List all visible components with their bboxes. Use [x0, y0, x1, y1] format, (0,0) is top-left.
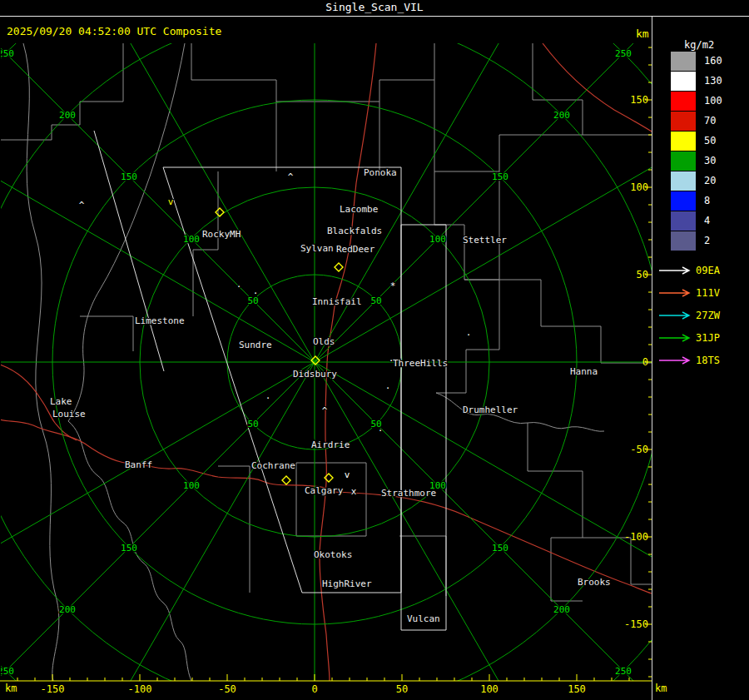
town-label-didsbury: Didsbury: [293, 369, 337, 380]
vector-arrow: [659, 267, 689, 274]
right-axis-label: 100: [630, 181, 648, 193]
town-label-threehills: ThreeHills: [393, 358, 448, 369]
colorbar-value: 4: [704, 215, 710, 226]
window-title: Single_Scan_VIL: [325, 1, 423, 13]
range-label-50km: 50: [370, 295, 381, 306]
range-label-200km: 200: [59, 604, 76, 615]
county-boundary: [296, 463, 366, 536]
town-label-cochrane: Cochrane: [251, 460, 295, 471]
colorbar-swatch: [671, 72, 696, 91]
county-boundary: [68, 43, 185, 421]
vector-legend-row-27ZW: 27ZW: [659, 310, 721, 321]
town-label-stettler: Stettler: [463, 235, 507, 246]
colorbar-swatch: [671, 171, 696, 191]
titlebar: Single_Scan_VIL: [0, 0, 749, 17]
county-boundary: [0, 43, 123, 140]
point-marker: *: [390, 280, 396, 291]
radar-site-marker: [335, 263, 343, 271]
town-label-blackfalds: Blackfalds: [327, 226, 382, 236]
colorbar-value: 8: [704, 195, 710, 206]
vector-legend-row-31JP: 31JP: [659, 332, 720, 344]
town-label-innisfail: Innisfail: [312, 296, 362, 307]
town-label-highriver: HighRiver: [322, 578, 372, 589]
azimuth-line-300deg: [0, 36, 315, 363]
point-marker: ^: [79, 200, 85, 211]
colorbar-value: 2: [704, 235, 710, 246]
point-marker: ·: [236, 281, 242, 292]
colorbar-entry-4: 4: [671, 211, 722, 231]
bottom-axis-unit-left: km: [5, 683, 17, 694]
colorbar-entry-30: 30: [671, 151, 722, 171]
vector-legend-row-18TS: 18TS: [659, 355, 720, 366]
colorbar-value: 130: [704, 75, 722, 87]
range-label-50km: 50: [247, 419, 258, 429]
bottom-axis-label: -150: [41, 683, 65, 695]
vector-station-id: 31JP: [696, 332, 720, 344]
colorbar-swatch: [671, 151, 696, 171]
colorbar-entry-70: 70: [671, 111, 722, 131]
town-label-brooks: Brooks: [578, 577, 611, 588]
legend-panel: kg/m2 16013010070503020842 09EA111V27ZW3…: [652, 16, 749, 700]
bottom-axis-label: 50: [396, 683, 408, 695]
azimuth-line-330deg: [0, 0, 315, 362]
county-boundary: [436, 393, 604, 431]
point-marker: ·: [265, 393, 271, 404]
range-label-200km: 200: [553, 604, 570, 615]
colorbar-value: 70: [704, 115, 716, 127]
colorbar-entry-2: 2: [671, 231, 722, 251]
range-label-200km: 200: [553, 110, 570, 121]
station-vector-legend: 09EA111V27ZW31JP18TS: [657, 259, 747, 384]
colorbar-entry-20: 20: [671, 171, 722, 191]
range-label-150km: 150: [492, 543, 508, 554]
colorbar-swatch: [671, 112, 696, 131]
colorbar-swatch: [671, 191, 696, 211]
point-marker: ·: [253, 288, 259, 299]
radar-site-marker: [282, 476, 290, 484]
vector-station-id: 111V: [696, 287, 720, 299]
range-label-250km: 250: [615, 666, 632, 677]
colorbar-entry-160: 160: [671, 51, 722, 71]
town-label-lake: Lake: [50, 396, 72, 407]
vector-station-id: 09EA: [696, 265, 721, 276]
town-label-lacombe: Lacombe: [340, 204, 378, 215]
town-label-calgary: Calgary: [305, 485, 344, 496]
colorbar-value: 100: [704, 95, 722, 107]
town-label-ponoka: Ponoka: [364, 167, 397, 178]
colorbar: 16013010070503020842: [671, 51, 722, 251]
right-axis-unit-label: km: [636, 27, 649, 40]
town-label-olds: Olds: [313, 336, 335, 347]
right-axis-label: 150: [630, 94, 648, 106]
azimuth-line-30deg: [315, 0, 642, 362]
bottom-axis-label: -50: [218, 683, 236, 695]
town-label-airdrie: Airdrie: [311, 439, 350, 450]
radar-map-canvas[interactable]: 5010015020025050100150200250501001502002…: [0, 0, 749, 700]
vector-arrow: [659, 335, 689, 341]
county-boundary: [434, 171, 499, 280]
point-marker: v: [345, 469, 350, 480]
county-boundary: [399, 536, 446, 596]
bottom-axis-label: 100: [480, 683, 499, 695]
county-boundary: [80, 316, 133, 351]
point-marker: x: [351, 486, 357, 497]
point-marker: ·: [385, 383, 391, 394]
point-marker: ·: [466, 330, 472, 340]
right-axis-label: 50: [637, 269, 648, 280]
bottom-axis-label: 0: [311, 683, 317, 695]
county-boundary: [464, 280, 652, 363]
town-label-rockymh: RockyMH: [202, 229, 241, 240]
town-label-drumheller: Drumheller: [463, 405, 518, 415]
range-label-100km: 100: [183, 480, 200, 491]
range-label-250km: 250: [615, 48, 632, 59]
colorbar-value: 30: [704, 155, 716, 166]
point-marker: ·: [378, 425, 384, 436]
vector-legend-row-09EA: 09EA: [659, 265, 721, 276]
town-label-sundre: Sundre: [239, 340, 272, 350]
range-label-250km: 250: [0, 666, 14, 677]
range-label-150km: 150: [121, 171, 137, 182]
vector-legend-row-111V: 111V: [659, 287, 720, 299]
bottom-axis-label: -100: [128, 683, 152, 695]
town-label-hanna: Hanna: [570, 366, 598, 377]
colorbar-entry-100: 100: [671, 91, 722, 111]
bottom-axis-label: 150: [568, 683, 586, 695]
colorbar-swatch: [671, 52, 696, 71]
